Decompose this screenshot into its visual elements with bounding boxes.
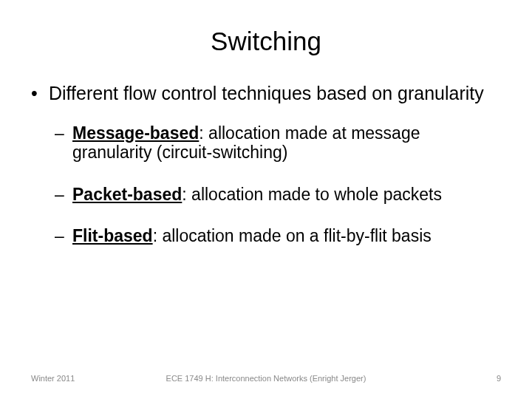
slide-footer: Winter 2011 ECE 1749 H: Interconnection … (31, 374, 501, 383)
bullet-item: – Flit-based: allocation made on a flit-… (55, 226, 501, 245)
bullet-main-text: Different flow control techniques based … (49, 83, 484, 103)
bullet-term: Packet-based (72, 185, 182, 204)
bullet-main: • Different flow control techniques base… (31, 83, 501, 104)
slide-body: • Different flow control techniques base… (31, 83, 501, 246)
bullet-dash-icon: – (55, 123, 64, 143)
bullet-dot-icon: • (31, 83, 38, 104)
bullet-dash-icon: – (55, 226, 64, 245)
bullet-item: – Message-based: allocation made at mess… (55, 123, 501, 163)
footer-center: ECE 1749 H: Interconnection Networks (En… (31, 374, 501, 383)
bullet-rest: : allocation made to whole packets (182, 185, 442, 204)
bullet-dash-icon: – (55, 185, 64, 204)
bullet-rest: : allocation made on a flit-by-flit basi… (153, 226, 432, 245)
slide-title: Switching (31, 27, 501, 56)
bullet-term: Message-based (72, 123, 199, 143)
bullet-term: Flit-based (72, 226, 153, 245)
bullet-item: – Packet-based: allocation made to whole… (55, 185, 501, 204)
slide: Switching • Different flow control techn… (0, 0, 532, 399)
